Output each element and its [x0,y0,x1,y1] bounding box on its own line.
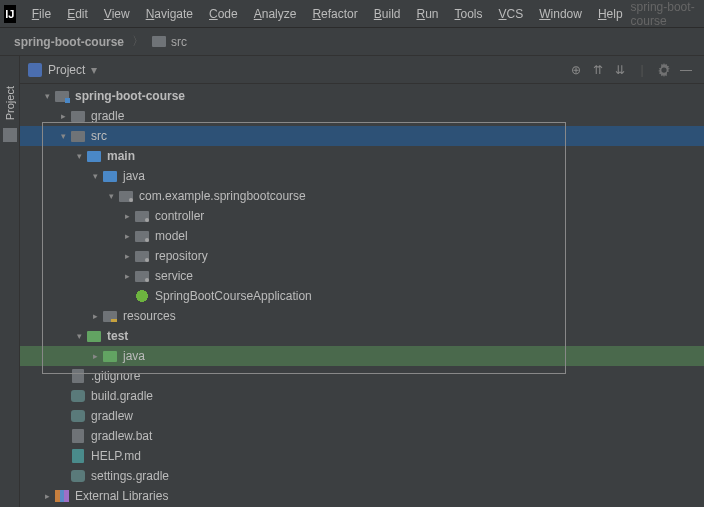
dropdown-arrow-icon[interactable]: ▾ [91,63,97,77]
menu-help[interactable]: Help [590,3,631,25]
chevron-right-icon[interactable]: ▸ [40,491,54,501]
tree-label: gradlew [91,409,133,423]
tree-label: service [155,269,193,283]
project-panel-title[interactable]: Project [48,63,85,77]
expand-all-icon[interactable]: ⇈ [588,60,608,80]
gear-icon[interactable] [654,60,674,80]
folder-green-icon [102,348,118,364]
chevron-right-icon[interactable]: ▸ [88,351,102,361]
package-icon [134,228,150,244]
folder-blue-icon [86,148,102,164]
locate-icon[interactable]: ⊕ [566,60,586,80]
package-icon [134,208,150,224]
folder-blue-icon [102,168,118,184]
svg-point-0 [662,68,666,72]
chevron-down-icon[interactable]: ▾ [88,171,102,181]
folder-grey-icon [70,108,86,124]
tree-row[interactable]: HELP.md [20,446,704,466]
lib-icon [54,488,70,504]
chevron-right-icon: 〉 [132,33,144,50]
chevron-down-icon[interactable]: ▾ [40,91,54,101]
folder-icon [152,36,166,47]
tree-row[interactable]: ▸repository [20,246,704,266]
package-icon [134,248,150,264]
menu-run[interactable]: Run [408,3,446,25]
tree-row[interactable]: ▸External Libraries [20,486,704,506]
breadcrumb-label: src [171,35,187,49]
left-tool-window-bar: Project [0,56,20,507]
tree-label: controller [155,209,204,223]
menu-vcs[interactable]: VCS [491,3,532,25]
tree-row[interactable]: ▾main [20,146,704,166]
tree-label: main [107,149,135,163]
chevron-down-icon[interactable]: ▾ [56,131,70,141]
tree-label: SpringBootCourseApplication [155,289,312,303]
tree-row[interactable]: ▾src [20,126,704,146]
menu-view[interactable]: View [96,3,138,25]
tree-row[interactable]: ▸java [20,346,704,366]
menu-navigate[interactable]: Navigate [138,3,201,25]
tree-label: HELP.md [91,449,141,463]
menu-code[interactable]: Code [201,3,246,25]
menu-refactor[interactable]: Refactor [304,3,365,25]
tree-row[interactable]: ▾java [20,166,704,186]
tree-label: External Libraries [75,489,168,503]
tree-row[interactable]: SpringBootCourseApplication [20,286,704,306]
tree-row[interactable]: settings.gradle [20,466,704,486]
tree-row[interactable]: ▸resources [20,306,704,326]
chevron-down-icon[interactable]: ▾ [104,191,118,201]
tree-label: model [155,229,188,243]
chevron-right-icon[interactable]: ▸ [56,111,70,121]
structure-tool-icon[interactable] [3,128,17,142]
tree-label: resources [123,309,176,323]
hide-icon[interactable]: — [676,60,696,80]
file-icon [70,368,86,384]
chevron-right-icon[interactable]: ▸ [120,251,134,261]
tree-row[interactable]: gradlew [20,406,704,426]
tree-label: com.example.springbootcourse [139,189,306,203]
tree-label: java [123,169,145,183]
menu-edit[interactable]: Edit [59,3,96,25]
chevron-right-icon[interactable]: ▸ [120,231,134,241]
tree-label: src [91,129,107,143]
breadcrumb-root[interactable]: spring-boot-course [10,33,128,51]
package-icon [118,188,134,204]
project-tree: ▾spring-boot-course▸gradle▾src▾main▾java… [20,84,704,507]
menu-file[interactable]: File [24,3,59,25]
tree-label: test [107,329,128,343]
menu-window[interactable]: Window [531,3,590,25]
tree-label: build.gradle [91,389,153,403]
breadcrumb-item[interactable]: src [148,33,191,51]
md-icon [70,448,86,464]
tree-row[interactable]: ▾spring-boot-course [20,86,704,106]
collapse-all-icon[interactable]: ⇊ [610,60,630,80]
project-view-icon [28,63,42,77]
tree-row[interactable]: ▾test [20,326,704,346]
tree-row[interactable]: ▸model [20,226,704,246]
chevron-right-icon[interactable]: ▸ [88,311,102,321]
module-icon [54,88,70,104]
tree-label: settings.gradle [91,469,169,483]
chevron-right-icon[interactable]: ▸ [120,211,134,221]
menu-tools[interactable]: Tools [447,3,491,25]
tree-row[interactable]: ▸service [20,266,704,286]
menu-analyze[interactable]: Analyze [246,3,305,25]
tree-row[interactable]: ▾com.example.springbootcourse [20,186,704,206]
tree-label: spring-boot-course [75,89,185,103]
tree-row[interactable]: ▸controller [20,206,704,226]
menubar: IJ FileEditViewNavigateCodeAnalyzeRefact… [0,0,704,28]
tree-label: .gitignore [91,369,140,383]
project-tool-tab[interactable]: Project [4,86,16,120]
chevron-down-icon[interactable]: ▾ [72,151,86,161]
tree-row[interactable]: ▸gradle [20,106,704,126]
elephant-icon [70,468,86,484]
tree-row[interactable]: gradlew.bat [20,426,704,446]
tree-row[interactable]: build.gradle [20,386,704,406]
file-icon [70,428,86,444]
menu-build[interactable]: Build [366,3,409,25]
tree-row[interactable]: .gitignore [20,366,704,386]
chevron-right-icon[interactable]: ▸ [120,271,134,281]
intellij-logo-icon: IJ [4,5,16,23]
elephant-icon [70,408,86,424]
chevron-down-icon[interactable]: ▾ [72,331,86,341]
